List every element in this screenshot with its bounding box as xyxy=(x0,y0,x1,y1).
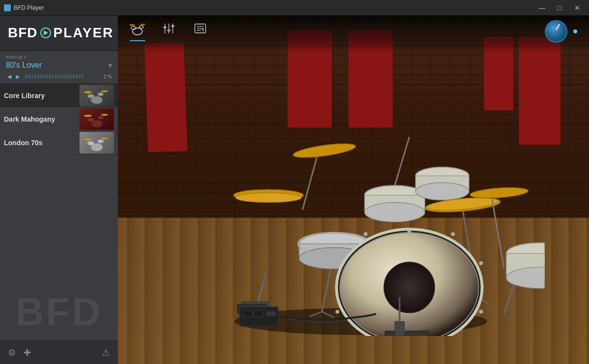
progress-segment-7 xyxy=(46,75,48,78)
svg-point-6 xyxy=(87,118,94,122)
music-view-button[interactable] xyxy=(192,22,208,41)
warning-icon[interactable]: ⚠ xyxy=(102,347,110,358)
progress-segment-3 xyxy=(34,75,36,78)
london-thumb-image xyxy=(80,132,114,154)
volume-indicator-dot xyxy=(573,29,577,33)
progress-segment-8 xyxy=(49,75,51,78)
dark-drum-mini xyxy=(82,110,111,129)
progress-segment-9 xyxy=(52,75,54,78)
titlebar: BFD Player — □ ✕ xyxy=(0,0,589,16)
progress-segment-1 xyxy=(28,75,30,78)
settings-icon[interactable]: ⚙ xyxy=(8,347,16,358)
progress-label: 2 % xyxy=(98,74,112,79)
svg-point-75 xyxy=(267,312,270,316)
progress-segment-0 xyxy=(26,75,27,78)
logo: BFD PLAYER xyxy=(8,25,114,41)
close-button[interactable]: ✕ xyxy=(569,0,585,16)
svg-point-20 xyxy=(236,193,301,203)
volume-knob[interactable] xyxy=(545,20,567,43)
progress-segment-5 xyxy=(40,75,42,78)
mixer-view-icon xyxy=(162,22,176,38)
library-item-dark-thumb xyxy=(80,108,114,130)
svg-point-79 xyxy=(139,26,143,28)
library-item-london-70s[interactable]: London 70s xyxy=(0,131,118,155)
svg-point-12 xyxy=(98,139,104,143)
library-item-dark-mahogany[interactable]: Dark Mahogany xyxy=(0,107,118,131)
preset-dropdown-icon[interactable]: ▾ xyxy=(108,61,112,69)
mixer-view-button[interactable] xyxy=(161,22,177,41)
next-preset-button[interactable]: ► xyxy=(15,73,22,80)
drum-scene xyxy=(118,16,589,364)
svg-point-44 xyxy=(470,186,529,200)
svg-point-3 xyxy=(84,91,92,93)
svg-line-31 xyxy=(395,137,409,186)
drum-kit-view-button[interactable] xyxy=(130,22,145,41)
svg-point-14 xyxy=(101,137,108,139)
svg-line-21 xyxy=(302,156,317,210)
svg-point-4 xyxy=(101,90,108,92)
prev-preset-button[interactable]: ◄ xyxy=(6,73,13,80)
titlebar-title-area: BFD Player xyxy=(4,4,44,11)
progress-segments xyxy=(26,75,94,78)
svg-point-9 xyxy=(101,114,108,116)
library-item-london-thumb xyxy=(80,132,114,154)
drum-kit-view-icon xyxy=(130,22,145,38)
svg-point-77 xyxy=(133,28,142,35)
svg-point-60 xyxy=(479,261,483,265)
progress-segment-15 xyxy=(70,75,72,78)
maximize-button[interactable]: □ xyxy=(552,0,567,16)
svg-point-2 xyxy=(98,92,104,96)
progress-segment-19 xyxy=(81,75,83,78)
dark-thumb-image xyxy=(80,108,114,130)
svg-point-88 xyxy=(164,26,166,29)
bottom-left-icons: ⚙ ✚ xyxy=(8,347,31,358)
preset-name: 80's Lover xyxy=(6,61,42,70)
main-layout: BFD PLAYER PRESET 80's Lover ▾ ◄ ► 2 % xyxy=(0,16,589,364)
svg-rect-68 xyxy=(385,331,428,336)
toolbar-left-icons xyxy=(130,22,208,41)
svg-point-90 xyxy=(172,25,174,27)
add-icon[interactable]: ✚ xyxy=(24,347,31,358)
progress-segment-6 xyxy=(43,75,45,78)
svg-point-62 xyxy=(364,233,368,236)
library-item-core-thumb xyxy=(80,85,114,106)
svg-rect-73 xyxy=(243,311,252,317)
logo-player-text: PLAYER xyxy=(54,25,114,41)
library-item-core[interactable]: Core Library xyxy=(0,84,118,107)
svg-point-81 xyxy=(140,24,145,26)
minimize-button[interactable]: — xyxy=(534,0,550,16)
progress-segment-16 xyxy=(73,75,75,78)
progress-segment-12 xyxy=(61,75,63,78)
svg-point-13 xyxy=(84,138,92,140)
library-list: Core Library xyxy=(0,84,118,340)
core-drum-mini xyxy=(82,86,111,105)
logo-bfd-text: BFD xyxy=(8,25,38,41)
library-item-london-name: London 70s xyxy=(4,139,80,147)
progress-segment-4 xyxy=(37,75,39,78)
progress-segment-10 xyxy=(55,75,57,78)
svg-point-55 xyxy=(384,262,434,313)
preset-label: PRESET xyxy=(6,55,112,60)
sidebar-bottom: ⚙ ✚ ⚠ xyxy=(0,340,118,364)
titlebar-controls: — □ ✕ xyxy=(534,0,585,16)
svg-point-61 xyxy=(479,310,483,314)
svg-point-80 xyxy=(130,25,135,26)
london-drum-mini xyxy=(82,133,111,152)
svg-point-11 xyxy=(87,141,94,145)
preset-nav-row: ◄ ► 2 % xyxy=(6,73,112,80)
app-icon xyxy=(4,4,11,11)
svg-rect-69 xyxy=(395,322,404,337)
svg-point-22 xyxy=(293,141,356,160)
top-toolbar xyxy=(118,16,589,47)
content-area xyxy=(118,16,589,364)
svg-point-1 xyxy=(87,94,94,98)
drum-kit-active-underline xyxy=(130,40,145,41)
preset-row: 80's Lover ▾ xyxy=(6,61,112,70)
svg-line-43 xyxy=(492,198,504,268)
svg-point-66 xyxy=(407,230,411,234)
progress-segment-11 xyxy=(58,75,60,78)
svg-point-58 xyxy=(336,261,340,265)
logo-play-icon xyxy=(40,27,51,38)
progress-segment-14 xyxy=(67,75,69,78)
svg-point-64 xyxy=(451,233,455,236)
